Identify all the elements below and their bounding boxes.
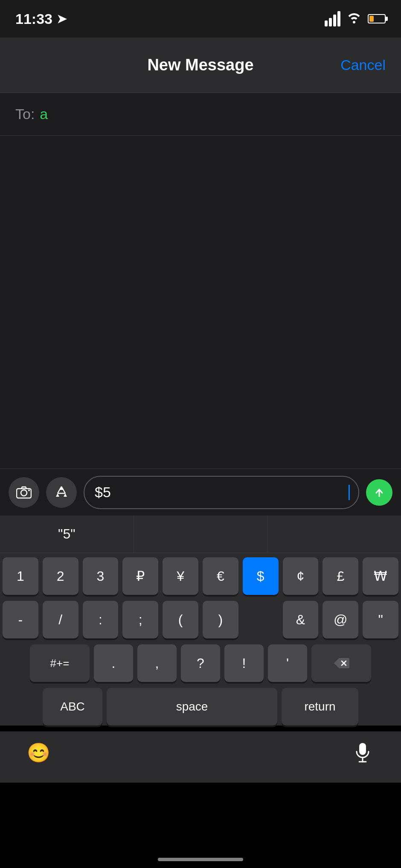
keyboard-row-2: - / : ; ( ) & @ " [3, 601, 398, 638]
autocomplete-item-3[interactable] [267, 516, 401, 553]
signal-bar-1 [325, 20, 328, 26]
status-bar: 11:33 ➤ [0, 0, 401, 38]
signal-bar-3 [333, 15, 336, 26]
home-indicator [158, 858, 243, 861]
camera-button[interactable] [9, 477, 39, 508]
key-dollar[interactable]: $ [243, 557, 279, 595]
signal-bar-4 [337, 11, 340, 26]
key-1[interactable]: 1 [3, 557, 38, 595]
key-symbols[interactable]: #+= [30, 644, 90, 682]
key-semicolon[interactable]: ; [122, 601, 158, 638]
svg-point-2 [28, 489, 30, 491]
keyboard-row-1: 1 2 3 ₽ ¥ € $ ¢ £ ₩ [3, 557, 398, 595]
emoji-button[interactable]: 😊 [26, 740, 51, 766]
to-label: To: [15, 106, 35, 122]
key-ruble[interactable]: ₽ [122, 557, 158, 595]
key-abc[interactable]: ABC [43, 688, 102, 725]
input-row: $5 [0, 469, 401, 516]
key-period[interactable]: . [94, 644, 133, 682]
message-input[interactable]: $5 [84, 476, 359, 509]
cancel-button[interactable]: Cancel [340, 57, 386, 73]
key-euro[interactable]: € [203, 557, 238, 595]
key-space[interactable]: space [107, 688, 277, 725]
keyboard-row-3: #+= . , ? ! ' [3, 644, 398, 682]
key-cent[interactable]: ¢ [283, 557, 319, 595]
key-open-paren[interactable]: ( [163, 601, 198, 638]
wifi-icon [346, 11, 362, 27]
location-icon: ➤ [57, 12, 67, 26]
autocomplete-text-1: "5" [58, 526, 76, 542]
svg-point-0 [21, 490, 27, 496]
nav-title: New Message [147, 56, 253, 74]
message-text: $5 [95, 484, 348, 501]
key-comma[interactable]: , [137, 644, 177, 682]
nav-bar: New Message Cancel [0, 38, 401, 93]
bottom-bar: 😊 [0, 731, 401, 783]
time-display: 11:33 [15, 11, 52, 27]
key-return[interactable]: return [282, 688, 358, 725]
emoji-icon: 😊 [27, 742, 50, 764]
autocomplete-bar: "5" [0, 516, 401, 553]
message-area[interactable] [0, 136, 401, 469]
key-delete[interactable] [311, 644, 371, 682]
autocomplete-item-2[interactable] [134, 516, 268, 553]
microphone-button[interactable] [350, 740, 375, 766]
to-field[interactable]: To: a [0, 93, 401, 136]
text-cursor [349, 485, 350, 500]
to-value: a [40, 106, 48, 122]
key-2[interactable]: 2 [43, 557, 78, 595]
key-at[interactable]: @ [323, 601, 358, 638]
key-exclaim[interactable]: ! [224, 644, 264, 682]
send-button[interactable] [366, 479, 392, 506]
key-won[interactable]: ₩ [363, 557, 398, 595]
signal-bars [325, 11, 340, 26]
key-ampersand[interactable]: & [283, 601, 319, 638]
keyboard-row-4: ABC space return [3, 688, 398, 725]
key-yen[interactable]: ¥ [163, 557, 198, 595]
keyboard: 1 2 3 ₽ ¥ € $ ¢ £ ₩ - / : ; ( ) & @ " #+… [0, 553, 401, 725]
status-icons [325, 11, 386, 27]
signal-bar-2 [329, 18, 332, 26]
key-apostrophe[interactable]: ' [268, 644, 307, 682]
key-slash[interactable]: / [43, 601, 78, 638]
svg-rect-6 [359, 743, 366, 755]
key-quote[interactable]: " [363, 601, 398, 638]
key-3[interactable]: 3 [83, 557, 119, 595]
key-colon[interactable]: : [83, 601, 119, 638]
battery-icon [368, 14, 386, 23]
appstore-button[interactable] [46, 477, 77, 508]
key-dash[interactable]: - [3, 601, 38, 638]
key-pound[interactable]: £ [323, 557, 358, 595]
key-question[interactable]: ? [181, 644, 220, 682]
status-time: 11:33 ➤ [15, 11, 67, 27]
autocomplete-item-1[interactable]: "5" [0, 516, 134, 553]
key-close-paren[interactable]: ) [203, 601, 238, 638]
